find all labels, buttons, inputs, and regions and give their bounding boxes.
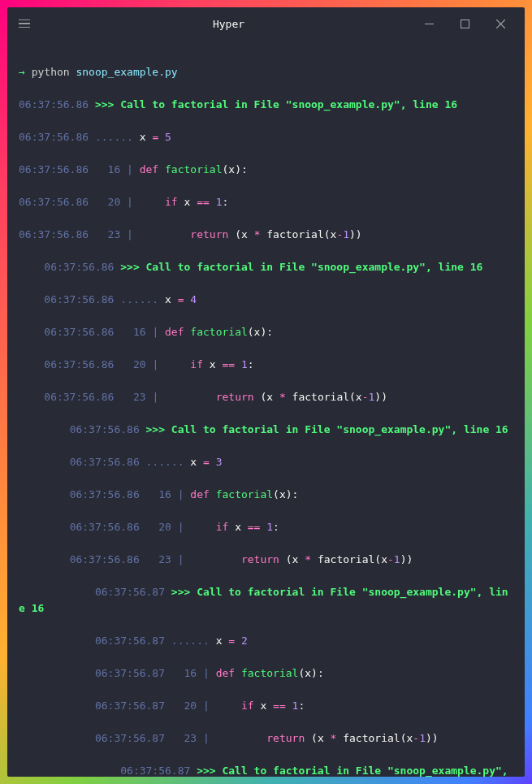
timestamp: 06:37:56.86 xyxy=(19,98,89,110)
call-msg: >>> Call to factorial in File "snoop_exa… xyxy=(95,98,457,110)
minimize-button[interactable] xyxy=(411,11,447,36)
terminal-output[interactable]: → python snoop_example.py 06:37:56.86 >>… xyxy=(7,40,525,777)
maximize-button[interactable] xyxy=(447,11,482,36)
prompt-arrow: → xyxy=(19,66,25,78)
titlebar: Hyper xyxy=(7,7,525,40)
script-arg: snoop_example.py xyxy=(76,66,177,78)
command: python xyxy=(32,66,70,78)
terminal-window: Hyper → python snoop_example.py 06:37:56… xyxy=(7,7,525,777)
svg-rect-1 xyxy=(461,19,469,28)
hamburger-icon[interactable] xyxy=(14,15,35,33)
window-title: Hyper xyxy=(46,18,411,30)
close-button[interactable] xyxy=(482,11,518,36)
